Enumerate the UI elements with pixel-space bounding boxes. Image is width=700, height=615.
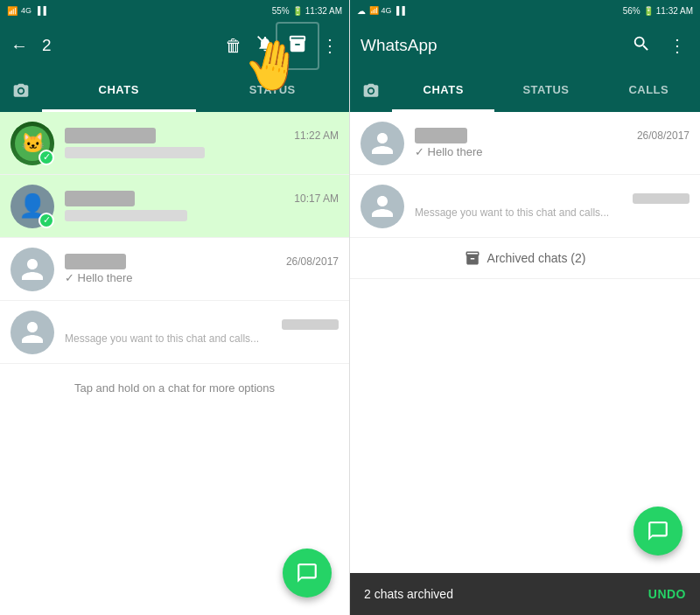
back-button[interactable]: ← <box>10 36 28 56</box>
left-chat-info-3: Nina 26/08/2017 ✓ Hello there <box>65 254 339 285</box>
right-fab[interactable] <box>634 507 682 556</box>
left-status-bar-right: 55% 🔋 11:32 AM <box>272 6 342 16</box>
right-chat-item-2[interactable]: Message you want to this chat and calls.… <box>350 175 700 238</box>
left-status-bar-left: 📶 4G ▐▐ <box>7 6 46 16</box>
left-fab[interactable] <box>283 549 332 598</box>
right-tab-calls[interactable]: CALLS <box>598 70 700 112</box>
check-badge-2: ✓ <box>38 213 54 228</box>
snackbar-text: 2 chats archived <box>364 587 453 601</box>
right-chat-name-1: Nina <box>415 128 467 143</box>
hint-text: Tap and hold on a chat for more options <box>0 364 349 412</box>
chat-top-2: Blurred 10:17 AM <box>65 191 339 206</box>
right-status-bar: ☁ 📶 4G ▐▐ 56% 🔋 11:32 AM <box>350 0 700 21</box>
right-battery-icon: 🔋 <box>643 6 654 16</box>
left-chat-item-1[interactable]: 🐱 ✓ Blurred name 11:22 AM <box>0 112 349 175</box>
left-tab-status[interactable]: STATUS <box>196 70 350 112</box>
right-time: 11:32 AM <box>656 6 693 16</box>
right-chat-preview-2: Message you want to this chat and calls.… <box>415 206 609 219</box>
right-chat-top-2 <box>415 193 690 204</box>
signal2-icon: ▐▐ <box>35 6 46 15</box>
right-camera-tab[interactable] <box>350 70 392 112</box>
network-icon: 4G <box>21 6 32 15</box>
chat-time-3: 26/08/2017 <box>286 255 339 268</box>
right-chat-info-2: Message you want to this chat and calls.… <box>415 193 690 220</box>
selection-bar: ← 2 🗑 ⋮ <box>0 21 349 70</box>
signal-icon: 📶 <box>7 6 18 16</box>
archived-text: Archived chats (2) <box>487 251 586 265</box>
right-chat-item-1[interactable]: Nina 26/08/2017 ✓ Hello there <box>350 112 700 175</box>
left-camera-tab[interactable] <box>0 70 42 112</box>
left-chat-item-3[interactable]: Nina 26/08/2017 ✓ Hello there <box>0 238 349 301</box>
more-menu-button[interactable]: ⋮ <box>321 35 339 56</box>
right-chat-top-1: Nina 26/08/2017 <box>415 128 690 143</box>
right-tab-chats[interactable]: CHATS <box>392 70 494 112</box>
right-status-bar-right: 56% 🔋 11:32 AM <box>623 6 693 16</box>
check-badge-1: ✓ <box>38 150 54 165</box>
chat-time-4 <box>282 319 339 330</box>
chat-top-1: Blurred name 11:22 AM <box>65 128 339 143</box>
right-icons: 📶 4G ▐▐ <box>369 6 405 15</box>
battery-percent: 55% <box>272 6 290 16</box>
avatar-3 <box>10 248 54 291</box>
avatar-4 <box>10 311 54 354</box>
right-battery: 56% <box>623 6 640 16</box>
right-signal-icon: ☁ <box>357 6 366 16</box>
more-menu-right[interactable]: ⋮ <box>665 31 690 59</box>
right-chat-preview-1: ✓ Hello there <box>415 145 482 158</box>
left-chat-item-4[interactable]: Message you want to this chat and calls.… <box>0 301 349 364</box>
selection-actions: 🗑 ⋮ <box>225 34 339 58</box>
left-status-bar: 📶 4G ▐▐ 55% 🔋 11:32 AM <box>0 0 349 21</box>
left-panel: 📶 4G ▐▐ 55% 🔋 11:32 AM ← 2 🗑 <box>0 0 350 615</box>
chat-top-3: Nina 26/08/2017 <box>65 254 339 269</box>
battery-icon: 🔋 <box>292 6 303 16</box>
left-chat-item-2[interactable]: 👤 ✓ Blurred 10:17 AM <box>0 175 349 238</box>
selection-count: 2 <box>42 36 211 55</box>
chat-name-2: Blurred <box>65 191 135 206</box>
chat-top-4 <box>65 319 339 330</box>
left-tab-bar: CHATS STATUS <box>0 70 349 112</box>
right-tab-bar: CHATS STATUS CALLS <box>350 70 700 112</box>
delete-button[interactable]: 🗑 <box>225 36 242 56</box>
left-chat-info-4: Message you want to this chat and calls.… <box>65 319 339 346</box>
left-tab-chats[interactable]: CHATS <box>42 70 196 112</box>
search-button[interactable] <box>628 31 654 61</box>
mute-button[interactable] <box>256 35 274 57</box>
right-chat-info-1: Nina 26/08/2017 ✓ Hello there <box>415 128 690 159</box>
chat-time-1: 11:22 AM <box>294 129 339 142</box>
chat-time-2: 10:17 AM <box>294 192 339 205</box>
chat-name-1: Blurred name <box>65 128 156 143</box>
chat-name-3: Nina <box>65 254 126 269</box>
chat-preview-1 <box>65 147 205 158</box>
right-chat-time-2 <box>633 193 690 204</box>
snackbar: 2 chats archived UNDO <box>350 573 700 615</box>
archived-chats-row[interactable]: Archived chats (2) <box>350 238 700 279</box>
right-status-bar-left: ☁ 📶 4G ▐▐ <box>357 6 405 16</box>
right-avatar-1 <box>360 122 404 165</box>
right-tab-status[interactable]: STATUS <box>494 70 597 112</box>
chat-preview-2 <box>65 210 187 221</box>
app-title: WhatsApp <box>360 36 618 55</box>
right-app-bar: WhatsApp ⋮ <box>350 21 700 70</box>
archive-button[interactable] <box>288 34 307 58</box>
right-chat-time-1: 26/08/2017 <box>637 129 690 142</box>
left-chat-info-2: Blurred 10:17 AM <box>65 191 339 221</box>
snackbar-undo-button[interactable]: UNDO <box>648 587 686 601</box>
left-chat-list: 🐱 ✓ Blurred name 11:22 AM 👤 ✓ <box>0 112 349 615</box>
chat-preview-4: Message you want to this chat and calls.… <box>65 332 259 345</box>
right-avatar-2 <box>360 185 404 228</box>
left-chat-info-1: Blurred name 11:22 AM <box>65 128 339 158</box>
chat-preview-3: ✓ Hello there <box>65 271 132 284</box>
time-display: 11:32 AM <box>305 6 342 16</box>
right-panel: ☁ 📶 4G ▐▐ 56% 🔋 11:32 AM WhatsApp ⋮ CHAT… <box>350 0 700 615</box>
